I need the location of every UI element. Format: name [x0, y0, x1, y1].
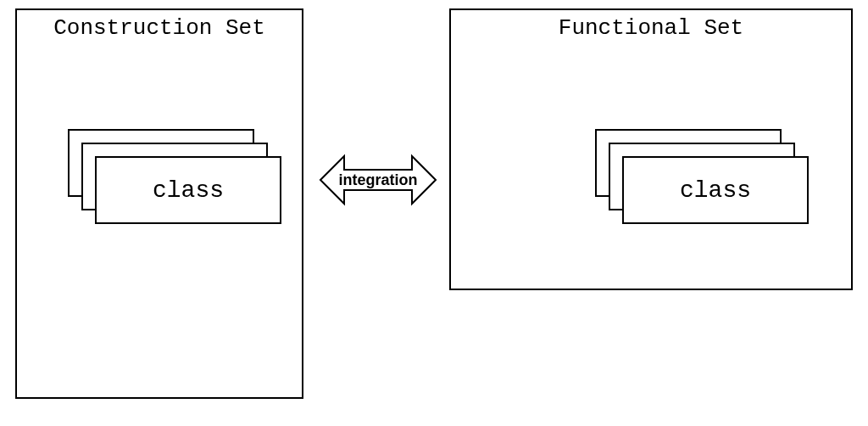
integration-label: integration [339, 171, 418, 189]
class-label: class [680, 177, 751, 204]
construction-set-title: Construction Set [17, 10, 302, 41]
class-label: class [153, 177, 224, 204]
class-card-front: class [95, 156, 281, 224]
class-card-front: class [622, 156, 809, 224]
functional-set-box: Functional Set class [449, 8, 853, 290]
construction-set-box: Construction Set class [15, 8, 303, 399]
integration-arrow: integration [319, 148, 437, 212]
functional-set-title: Functional Set [451, 10, 851, 41]
